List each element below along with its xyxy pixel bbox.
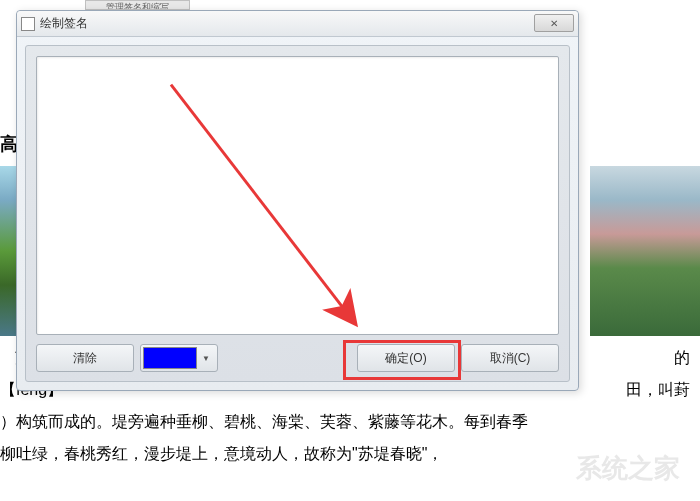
cancel-button[interactable]: 取消(C)	[461, 344, 559, 372]
bg-line2-right: 田，叫葑	[626, 376, 690, 404]
close-icon: ✕	[550, 18, 558, 29]
dialog-titlebar[interactable]: 绘制签名 ✕	[17, 11, 578, 37]
inner-frame: 清除 ▼ 确定(O) 取消(C)	[25, 45, 570, 382]
ok-button-label: 确定(O)	[385, 350, 426, 367]
ok-button[interactable]: 确定(O)	[357, 344, 455, 372]
dropdown-arrow-icon: ▼	[197, 347, 215, 369]
annotation-arrow	[37, 57, 558, 334]
signature-canvas[interactable]	[36, 56, 559, 335]
button-row: 清除 ▼ 确定(O) 取消(C)	[36, 343, 559, 373]
watermark: 系统之家	[576, 451, 680, 486]
app-icon	[21, 17, 35, 31]
clear-button-label: 清除	[73, 350, 97, 367]
dialog-title: 绘制签名	[40, 15, 88, 32]
bg-line3: ）构筑而成的。堤旁遍种垂柳、碧桃、海棠、芙蓉、紫藤等花木。每到春季	[0, 408, 695, 436]
bg-image-right	[590, 166, 700, 336]
background-tab: 管理签名和缩写	[85, 0, 190, 10]
dialog-body: 清除 ▼ 确定(O) 取消(C)	[17, 37, 578, 390]
clear-button[interactable]: 清除	[36, 344, 134, 372]
bg-line1-right: 的	[674, 344, 690, 372]
cancel-button-label: 取消(C)	[490, 350, 531, 367]
color-swatch	[143, 347, 197, 369]
draw-signature-dialog: 绘制签名 ✕ 清除	[16, 10, 579, 391]
svg-line-0	[171, 85, 353, 320]
close-button[interactable]: ✕	[534, 14, 574, 32]
color-picker[interactable]: ▼	[140, 344, 218, 372]
